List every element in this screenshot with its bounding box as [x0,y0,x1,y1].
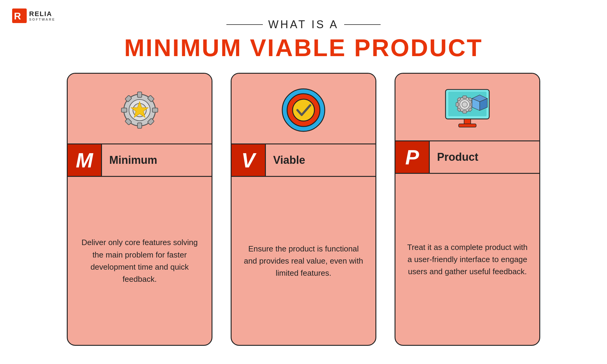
svg-rect-26 [456,103,459,106]
svg-point-23 [462,102,467,107]
svg-rect-7 [152,108,158,112]
target-checkmark-icon [279,86,328,134]
svg-rect-4 [137,92,142,97]
card-viable-description: Ensure the product is functional and pro… [232,177,375,345]
title-section: WHAT IS A MINIMUM VIABLE PRODUCT [0,18,607,62]
subtitle-text: WHAT IS A [268,18,339,31]
card-viable-icon-area [232,74,375,143]
main-title: MINIMUM VIABLE PRODUCT [0,34,607,62]
card-product-label: Product [430,141,539,173]
card-minimum-icon-area [68,74,212,143]
card-minimum-letter: M [68,144,101,176]
card-product-icon-area [395,74,539,140]
card-product: P Product Treat it as a complete product… [395,73,540,346]
card-viable-letter: V [232,144,265,176]
card-minimum: M Minimum Deliver only core features sol… [67,73,212,346]
card-minimum-description: Deliver only core features solving the m… [68,177,212,345]
svg-rect-25 [463,110,467,113]
card-viable-label-row: V Viable [232,143,375,177]
logo-brand: RELIA [29,10,55,18]
cards-container: M Minimum Deliver only core features sol… [36,73,571,346]
card-product-letter: P [395,141,429,173]
card-product-description: Treat it as a complete product with a us… [395,174,539,345]
svg-rect-6 [121,108,127,112]
title-line-left [226,24,263,25]
title-line-right [344,24,381,25]
card-minimum-label-row: M Minimum [68,143,212,177]
card-viable-label: Viable [266,144,375,176]
svg-rect-5 [137,123,142,128]
svg-rect-20 [459,124,476,127]
title-top-row: WHAT IS A [0,18,607,31]
monitor-gear-icon [440,86,495,131]
gear-star-icon [115,86,164,134]
card-product-label-row: P Product [395,140,539,174]
svg-point-16 [293,99,314,121]
card-minimum-label: Minimum [102,144,212,176]
card-viable: V Viable Ensure the product is functiona… [231,73,376,346]
svg-rect-24 [463,96,467,99]
